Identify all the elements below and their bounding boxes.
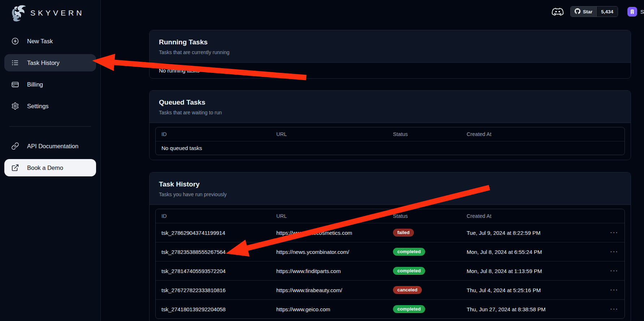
- list-icon: [11, 59, 19, 67]
- column-header-status: Status: [387, 131, 461, 137]
- status-badge: completed: [393, 248, 425, 256]
- skyvern-dragon-icon: [9, 4, 27, 22]
- user-avatar[interactable]: [627, 7, 637, 17]
- task-history-table: ID URL Status Created At tsk_27862904374…: [155, 209, 625, 319]
- running-tasks-header: Running Tasks Tasks that are currently r…: [150, 30, 631, 63]
- created-at-cell: Mon, Jul 8, 2024 at 1:13:59 PM: [461, 268, 602, 274]
- card-subtitle: Tasks that are currently running: [159, 49, 621, 55]
- column-header-url: URL: [271, 213, 387, 219]
- task-url-cell: https://news.ycombinator.com/: [271, 249, 387, 255]
- column-header-created-at: Created At: [461, 213, 602, 219]
- organization-building-icon: [630, 9, 635, 14]
- page-content: Running Tasks Tasks that are currently r…: [101, 23, 644, 321]
- column-header-id: ID: [156, 213, 271, 219]
- created-at-cell: Mon, Jul 8, 2024 at 6:55:24 PM: [461, 249, 602, 255]
- gear-icon: [11, 102, 19, 110]
- queued-tasks-empty-row: No queued tasks: [156, 141, 624, 155]
- ellipsis-icon: ···: [610, 305, 618, 312]
- brand-logo[interactable]: SKYVERN: [0, 0, 100, 22]
- sidebar-item-new-task[interactable]: New Task: [4, 32, 96, 50]
- task-history-header: Task History Tasks you have run previous…: [150, 172, 631, 205]
- task-url-cell: https://www.tirabeauty.com/: [271, 287, 387, 293]
- table-row[interactable]: tsk_274180139292204058 https://www.geico…: [156, 299, 624, 318]
- sidebar-item-task-history[interactable]: Task History: [4, 54, 96, 71]
- main-area: Star 5,434 S Running Tasks Tasks that ar…: [101, 0, 644, 321]
- task-history-card: Task History Tasks you have run previous…: [149, 172, 631, 321]
- sidebar-nav: New Task Task History Billing Settings: [0, 32, 100, 176]
- ellipsis-icon: ···: [610, 267, 618, 274]
- sidebar-item-label: New Task: [27, 38, 53, 45]
- task-id-cell: tsk_274180139292204058: [156, 306, 271, 312]
- card-title: Queued Tasks: [159, 98, 621, 106]
- table-header-row: ID URL Status Created At: [156, 209, 624, 223]
- table-header-row: ID URL Status Created At: [156, 127, 624, 141]
- status-badge: canceled: [393, 286, 422, 294]
- table-row[interactable]: tsk_276727822333810816 https://www.tirab…: [156, 280, 624, 299]
- topbar: Star 5,434 S: [101, 0, 644, 23]
- sidebar-item-label: API Documentation: [27, 143, 78, 150]
- credit-card-icon: [11, 80, 19, 89]
- card-title: Task History: [159, 180, 621, 188]
- row-actions-button[interactable]: ···: [602, 305, 624, 313]
- sidebar-item-label: Task History: [27, 60, 60, 66]
- ellipsis-icon: ···: [610, 286, 618, 293]
- table-row[interactable]: tsk_278235388555267564 https://news.ycom…: [156, 242, 624, 261]
- discord-icon[interactable]: [552, 7, 564, 17]
- task-url-cell: https://www.geico.com: [271, 306, 387, 312]
- sidebar-item-settings[interactable]: Settings: [4, 97, 96, 115]
- sidebar-item-billing[interactable]: Billing: [4, 76, 96, 93]
- sidebar-divider: [9, 126, 91, 127]
- book-a-demo-button[interactable]: Book a Demo: [4, 159, 96, 176]
- row-actions-button[interactable]: ···: [602, 267, 624, 274]
- task-id-cell: tsk_278629043741199914: [156, 230, 271, 236]
- ellipsis-icon: ···: [610, 229, 618, 236]
- card-subtitle: Tasks you have run previously: [159, 192, 621, 197]
- github-star-label: Star: [583, 9, 592, 14]
- table-row[interactable]: tsk_278147405593572204 https://www.findi…: [156, 261, 624, 280]
- task-history-rows: tsk_278629043741199914 https://www.tarte…: [156, 223, 624, 318]
- task-id-cell: tsk_278147405593572204: [156, 268, 271, 274]
- column-header-url: URL: [271, 131, 387, 137]
- running-tasks-card: Running Tasks Tasks that are currently r…: [149, 30, 631, 79]
- column-header-id: ID: [156, 131, 271, 137]
- running-tasks-empty-text: No running tasks: [150, 63, 631, 78]
- user-name[interactable]: S: [640, 9, 644, 15]
- brand-name: SKYVERN: [30, 9, 84, 17]
- sidebar-item-label: Book a Demo: [27, 164, 63, 171]
- queued-tasks-header: Queued Tasks Tasks that are waiting to r…: [150, 91, 631, 123]
- status-badge: failed: [393, 229, 414, 237]
- task-url-cell: https://www.finditparts.com: [271, 268, 387, 274]
- queued-tasks-empty-text: No queued tasks: [156, 145, 624, 151]
- card-title: Running Tasks: [159, 38, 621, 46]
- sidebar-item-label: Billing: [27, 81, 43, 88]
- status-badge: completed: [393, 267, 425, 275]
- task-id-cell: tsk_278235388555267564: [156, 249, 271, 255]
- sidebar: SKYVERN New Task Task History Billing Se…: [0, 0, 101, 321]
- status-badge: completed: [393, 305, 425, 313]
- created-at-cell: Thu, Jun 27, 2024 at 8:38:58 PM: [461, 306, 602, 312]
- row-actions-button[interactable]: ···: [602, 248, 624, 255]
- task-id-cell: tsk_276727822333810816: [156, 287, 271, 293]
- row-actions-button[interactable]: ···: [602, 286, 624, 294]
- column-header-status: Status: [387, 213, 461, 219]
- ellipsis-icon: ···: [610, 248, 618, 255]
- column-header-created-at: Created At: [461, 131, 602, 137]
- sidebar-item-label: Settings: [27, 103, 49, 110]
- created-at-cell: Tue, Jul 9, 2024 at 8:22:59 PM: [461, 230, 602, 236]
- github-star-count: 5,434: [596, 6, 618, 17]
- created-at-cell: Thu, Jul 4, 2024 at 5:25:16 PM: [461, 287, 602, 293]
- sidebar-item-api-documentation[interactable]: API Documentation: [4, 137, 96, 155]
- card-subtitle: Tasks that are waiting to run: [159, 110, 621, 115]
- table-row[interactable]: tsk_278629043741199914 https://www.tarte…: [156, 223, 624, 242]
- link-icon: [11, 142, 19, 150]
- queued-tasks-card: Queued Tasks Tasks that are waiting to r…: [149, 90, 631, 160]
- queued-tasks-table: ID URL Status Created At No queued tasks: [155, 127, 625, 155]
- plus-circle-icon: [11, 37, 19, 45]
- github-star-button[interactable]: Star 5,434: [570, 6, 618, 17]
- external-link-icon: [11, 164, 19, 172]
- github-icon: [575, 8, 580, 15]
- task-url-cell: https://www.tartecosmetics.com: [271, 230, 387, 236]
- row-actions-button[interactable]: ···: [602, 229, 624, 236]
